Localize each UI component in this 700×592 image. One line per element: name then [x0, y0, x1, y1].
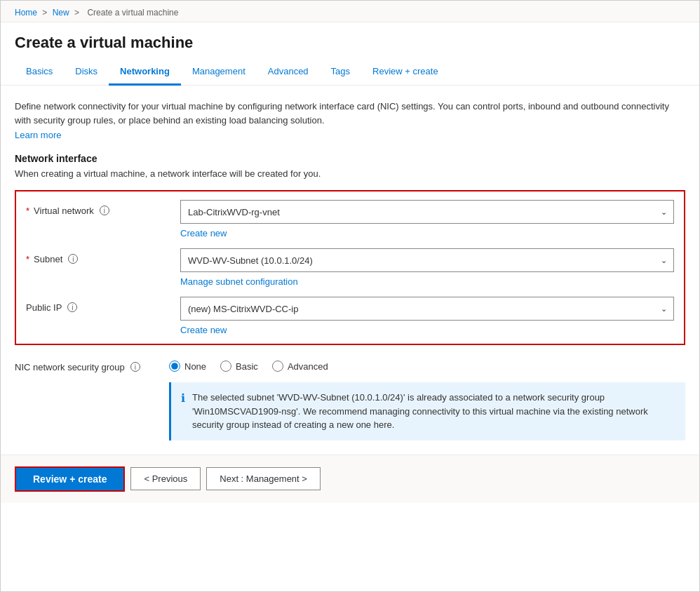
tab-basics[interactable]: Basics	[15, 59, 64, 86]
virtual-network-row: * Virtual network i Lab-CitrixWVD-rg-vne…	[26, 200, 674, 238]
nic-nsg-advanced-label: Advanced	[288, 361, 328, 372]
subnet-required: *	[26, 254, 29, 264]
subnet-select-wrapper: WVD-WV-Subnet (10.0.1.0/24) ⌄	[180, 248, 674, 272]
info-box-icon: ℹ	[181, 391, 185, 405]
tab-networking[interactable]: Networking	[109, 59, 181, 86]
tab-management[interactable]: Management	[181, 59, 257, 86]
nic-nsg-radio-group: None Basic Advanced	[169, 356, 685, 372]
highlighted-fields: * Virtual network i Lab-CitrixWVD-rg-vne…	[15, 190, 685, 345]
section-desc: When creating a virtual machine, a netwo…	[15, 168, 685, 179]
nic-nsg-option-advanced[interactable]: Advanced	[272, 361, 328, 372]
nic-nsg-row: NIC network security group i None Basic	[15, 356, 685, 372]
nic-nsg-option-basic[interactable]: Basic	[220, 361, 258, 372]
nic-nsg-radio-basic[interactable]	[220, 361, 231, 372]
virtual-network-select[interactable]: Lab-CitrixWVD-rg-vnet	[180, 200, 674, 224]
public-ip-label: Public IP	[26, 302, 62, 313]
tab-tags[interactable]: Tags	[320, 59, 361, 86]
virtual-network-label-col: * Virtual network i	[26, 200, 180, 216]
page-description: Define network connectivity for your vir…	[15, 100, 685, 127]
nic-nsg-radio-none[interactable]	[169, 361, 180, 372]
next-button[interactable]: Next : Management >	[206, 467, 321, 490]
virtual-network-required: *	[26, 206, 29, 216]
section-title: Network interface	[15, 153, 685, 164]
nic-nsg-label-col: NIC network security group i	[15, 356, 169, 372]
tab-advanced[interactable]: Advanced	[257, 59, 320, 86]
tab-review[interactable]: Review + create	[361, 59, 450, 86]
nic-nsg-option-none[interactable]: None	[169, 361, 206, 372]
virtual-network-control: Lab-CitrixWVD-rg-vnet ⌄ Create new	[180, 200, 674, 238]
nic-nsg-label: NIC network security group	[15, 362, 125, 372]
footer: Review + create < Previous Next : Manage…	[1, 455, 699, 503]
learn-more-link[interactable]: Learn more	[15, 130, 61, 140]
public-ip-select-wrapper: (new) MS-CitrixWVD-CC-ip ⌄	[180, 297, 674, 321]
virtual-network-create-new[interactable]: Create new	[180, 228, 227, 238]
public-ip-label-col: Public IP i	[26, 297, 180, 313]
subnet-control: WVD-WV-Subnet (10.0.1.0/24) ⌄ Manage sub…	[180, 248, 674, 287]
public-ip-control: (new) MS-CitrixWVD-CC-ip ⌄ Create new	[180, 297, 674, 335]
subnet-info-icon[interactable]: i	[68, 254, 78, 264]
breadcrumb-new[interactable]: New	[53, 8, 69, 18]
info-box-text: The selected subnet 'WVD-WV-Subnet (10.0…	[192, 391, 675, 432]
info-box: ℹ The selected subnet 'WVD-WV-Subnet (10…	[169, 382, 685, 440]
virtual-network-label: Virtual network	[34, 206, 94, 216]
subnet-label-col: * Subnet i	[26, 248, 180, 264]
virtual-network-info-icon[interactable]: i	[100, 206, 109, 215]
nic-nsg-control: None Basic Advanced	[169, 356, 685, 372]
page-title: Create a virtual machine	[15, 34, 685, 52]
review-create-button[interactable]: Review + create	[15, 466, 125, 492]
nic-nsg-none-label: None	[184, 361, 206, 372]
subnet-select[interactable]: WVD-WV-Subnet (10.0.1.0/24)	[180, 248, 674, 272]
breadcrumb: Home > New > Create a virtual machine	[1, 1, 699, 22]
page-header: Create a virtual machine	[1, 22, 699, 59]
public-ip-info-icon[interactable]: i	[67, 302, 77, 312]
window: Home > New > Create a virtual machine Cr…	[0, 0, 700, 592]
nic-nsg-radio-advanced[interactable]	[272, 361, 283, 372]
nic-nsg-basic-label: Basic	[236, 361, 258, 372]
subnet-label: Subnet	[34, 254, 62, 264]
virtual-network-select-wrapper: Lab-CitrixWVD-rg-vnet ⌄	[180, 200, 674, 224]
public-ip-select[interactable]: (new) MS-CitrixWVD-CC-ip	[180, 297, 674, 321]
public-ip-row: Public IP i (new) MS-CitrixWVD-CC-ip ⌄ C…	[26, 297, 674, 335]
breadcrumb-current: Create a virtual machine	[87, 8, 178, 18]
breadcrumb-home[interactable]: Home	[15, 8, 37, 18]
subnet-manage-link[interactable]: Manage subnet configuration	[180, 276, 298, 287]
tab-disks[interactable]: Disks	[64, 59, 109, 86]
public-ip-create-new[interactable]: Create new	[180, 325, 227, 335]
tabs-bar: Basics Disks Networking Management Advan…	[1, 59, 699, 86]
previous-button[interactable]: < Previous	[130, 467, 201, 490]
nic-nsg-info-icon[interactable]: i	[130, 362, 140, 372]
subnet-row: * Subnet i WVD-WV-Subnet (10.0.1.0/24) ⌄…	[26, 248, 674, 287]
main-content: Define network connectivity for your vir…	[1, 86, 699, 440]
